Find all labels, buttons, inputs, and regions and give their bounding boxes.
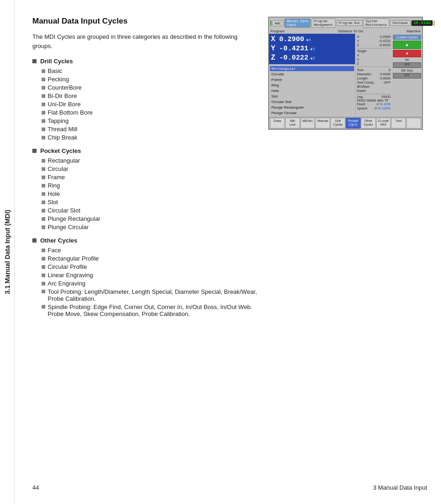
cnc-target-v: V [357,57,391,61]
list-item: Flat Bottom Bore [42,109,259,116]
cnc-tab-extra [406,118,421,128]
bullet-icon [42,209,45,213]
cnc-sys-btn[interactable]: SystemMaintenance [363,18,389,28]
cnc-pocket-frame[interactable]: Frame [270,77,354,82]
bullet-icon [42,192,45,196]
other-bullet [32,238,37,243]
list-item: Plunge Circular [42,224,259,231]
cnc-mdi-btn[interactable]: Manual DataInput [284,18,310,28]
cnc-top-bar: ABC Manual DataInput ProgramManagement P… [269,18,422,29]
cnc-tab-mill-arc[interactable]: Mill Arc [300,118,315,128]
cnc-tab-mill-line[interactable]: Mill Line [285,118,300,128]
cnc-tab-other[interactable]: OtherCycles [361,118,376,128]
cnc-tab-drill[interactable]: DrillCycles [331,118,345,128]
cnc-pocket-slot[interactable]: Slot [270,94,354,99]
list-item: Slot [42,199,259,206]
bullet-icon [42,200,45,204]
cnc-mz-value: -0.8222 [379,43,391,47]
cnc-tab-pocket[interactable]: PocketCyc's [346,118,361,128]
cnc-comp-row: Tool Comp:OFF [357,80,391,85]
bullet-icon [42,94,45,98]
bullet-icon [42,305,45,309]
cnc-status-btn[interactable] [434,20,435,26]
cnc-feed-row: FEED SMEM ABS TF [357,99,391,102]
cnc-pocket-plunge-rect[interactable]: Plunge Rectangular [270,105,354,110]
bullet-icon [42,282,45,285]
cnc-abc-btn[interactable]: ABC [272,20,283,26]
page-footer: 44 3 Manual Data Input [18,484,441,491]
cnc-tool-label: Tool: [357,68,364,72]
cnc-pocket-panel: Rectangular Circular Frame Ring Hole Slo… [269,65,355,117]
cnc-pocket-hole[interactable]: Hole [270,88,354,93]
cnc-z-value: -0.0222 [279,54,308,62]
cnc-tab-tool[interactable]: Tool [391,118,406,128]
drill-list: Basic Pecking CounterBore Bi-Dir Bore Un… [42,67,259,141]
cnc-diam-label: Diameter: [357,72,372,76]
cnc-bottom-tabs: Draw Mill Line Mill Arc Manual DrillCycl… [269,117,422,129]
cnc-program-label: Program [270,29,320,33]
cnc-tool-section: Tool:0 Diameter:0.0000 Length:0.0000 Too… [357,67,391,93]
cnc-y-value: -0.4231 [279,45,308,53]
cnc-tab-manual[interactable]: Manual [315,118,330,128]
cnc-target-section: Target X V Z [357,48,391,66]
cnc-length-label: Length: [357,76,368,80]
cnc-target-z: Z [357,61,391,66]
cnc-tab-gcode[interactable]: G-codeMDI [376,118,391,128]
cnc-z-label: Z [271,54,277,62]
cnc-y-suffix: ◆Y [310,47,315,52]
side-tab: 3.1 Manual Data Input (MDI) [0,0,15,504]
list-item: Uni-Dir Bore [42,101,259,108]
cnc-machine-coords: X 0.2900 V -0.4231 Z -0.8222 [357,35,391,47]
list-item: Spindle Probing: Edge Find, Corner Out, … [42,304,259,317]
drill-heading: Drill Cycles [40,58,73,65]
cnc-mv-value: -0.4231 [379,39,391,43]
cnc-coord-display: X 0.2900 ◆X Y -0.4231 ◆Y Z - [269,34,355,64]
cnc-sff-btn1[interactable]: SFF [393,62,421,68]
bullet-icon [42,69,45,73]
bullet-icon [42,119,45,123]
section-other: Other Cycles [32,237,259,244]
cnc-pocket-circular-slot[interactable]: Circular Slot [270,99,354,104]
bullet-icon [42,128,45,131]
pocket-heading: Pocket Cycles [40,147,81,154]
cnc-x-value: 0.2900 [279,36,304,43]
cnc-speedval-row: Speed: 0 % 100% [357,106,391,110]
cnc-green-btn[interactable]: ■ [393,41,421,49]
list-item: Frame [42,174,259,181]
list-item: Thread Mill [42,126,259,133]
cnc-pocket-ring[interactable]: Ring [270,83,354,88]
cnc-sff-btn2[interactable]: SFF [393,73,421,79]
cnc-time-display: 10:41am [411,20,433,26]
cnc-mv-label: V [357,39,359,43]
cnc-machine-panel: X 0.2900 V -0.4231 Z -0.8222 [355,34,392,117]
bullet-icon [42,184,45,188]
bullet-icon [42,86,45,90]
bullet-icon [42,136,45,140]
bullet-icon [42,217,45,221]
page-number: 44 [32,484,39,491]
cnc-prog-mgmt-btn[interactable]: ProgramManagement [312,18,336,28]
cnc-smem-label: SMEM [367,99,376,102]
list-item: Face [42,247,259,254]
cnc-red-btn[interactable]: ■ [393,50,421,57]
cnc-tab-draw[interactable]: Draw [270,118,285,128]
list-item: Circular Profile [42,263,259,270]
cnc-mz-label: Z [357,43,359,47]
cnc-offset-label: ⊕Offset: [357,85,370,89]
list-item: Pecking [42,76,259,83]
list-item: Ring [42,182,259,189]
bullet-icon [42,176,45,179]
cnc-x-row: X 0.2900 ◆X [271,35,353,43]
list-item: Hole [42,190,259,197]
cnc-pocket-circular[interactable]: Circular [270,72,354,77]
cnc-shutdown-btn[interactable]: Shutdown [390,20,410,26]
cnc-display-section: X 0.2900 ◆X Y -0.4231 ◆Y Z - [269,34,422,117]
cnc-power-btn[interactable] [270,20,271,26]
cnc-z-row: Z -0.0222 ◆Z [271,54,353,62]
cnc-pocket-plunge-circ[interactable]: Plunge Circular [270,110,354,115]
cnc-pocket-rectangular[interactable]: Rectangular [270,66,354,71]
bullet-icon [42,225,45,229]
cnc-prog-run-btn[interactable]: Program Run [337,20,362,26]
cnc-dwell-label: Dwell: [357,89,366,93]
left-column: Manual Data Input Cycles The MDI Cycles … [32,17,259,324]
